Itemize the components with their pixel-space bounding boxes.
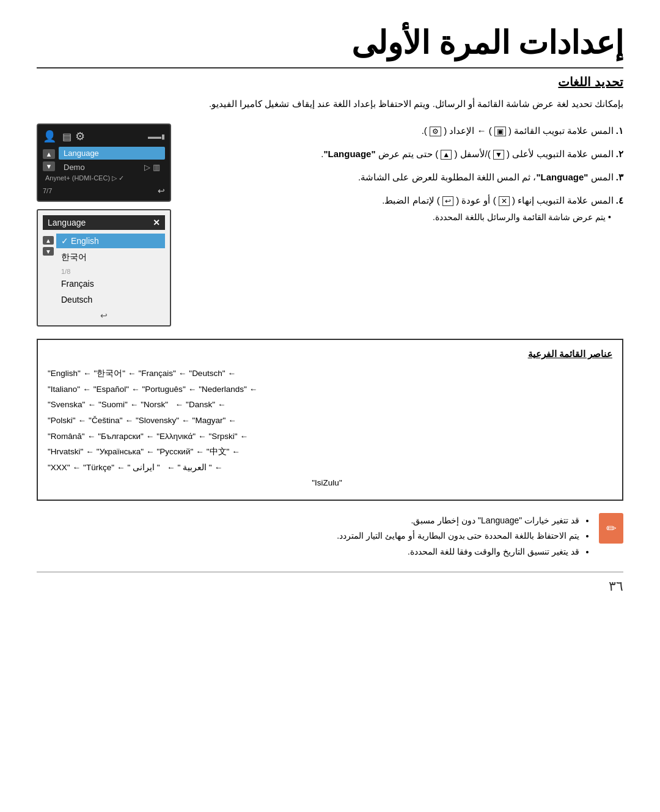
lang-english[interactable]: English bbox=[56, 234, 165, 248]
left-panel: 👤 ▤ ⚙ ▬▬▮ ▲ ▼ Language Demo ▷ ▥ bbox=[37, 124, 171, 327]
note-item-2: يتم الاحتفاظ باللغة المحددة حتى بدون الب… bbox=[37, 528, 579, 544]
note-item-3: قد يتغير تنسيق التاريخ والوقت وفقا للغة … bbox=[37, 544, 579, 559]
camera-menu-ui: 👤 ▤ ⚙ ▬▬▮ ▲ ▼ Language Demo ▷ ▥ bbox=[37, 124, 171, 202]
submenu-row-2: ← "Nederlands" ← "Português" ← "Español"… bbox=[48, 382, 612, 397]
note-text: قد تتغير خيارات "Language" دون إخطار مسب… bbox=[37, 513, 592, 559]
section-title: تحديد اللغات bbox=[37, 75, 623, 89]
pencil-icon: ✏ bbox=[606, 521, 617, 536]
language-popup: Language ✕ ▲ ▼ English 한국어 1/8 Français … bbox=[37, 209, 171, 327]
submenu-title: عناصر القائمة الفرعية bbox=[48, 349, 612, 360]
demo-menu-item: Demo ▷ ▥ bbox=[59, 161, 165, 173]
language-menu-item[interactable]: Language bbox=[59, 147, 165, 160]
lang-popup-close-btn[interactable]: ✕ bbox=[153, 218, 160, 227]
step-3: ٣. المس "Language"، ثم المس اللغة المطلو… bbox=[183, 170, 623, 185]
submenu-row-4: ← "Magyar" ← "Slovensky" ← "Čeština" ← "… bbox=[48, 413, 612, 429]
submenu-grid: ← "Deutsch" ← "Français" ← "한국어" ← "Engl… bbox=[48, 366, 612, 491]
anynet-item: Anynet+ (HDMI-CEC) ▷ ✓ bbox=[43, 173, 165, 183]
note-box: ✏ قد تتغير خيارات "Language" دون إخطار م… bbox=[37, 513, 623, 559]
lang-french[interactable]: Français bbox=[56, 276, 165, 291]
lang-deutsch[interactable]: Deutsch bbox=[56, 292, 165, 307]
submenu-box: عناصر القائمة الفرعية ← "Deutsch" ← "Fra… bbox=[37, 339, 623, 501]
submenu-row-5: ← "Srpski" ← "Ελληνικά" ← "Български" ← … bbox=[48, 429, 612, 445]
page-number: ٣٦ bbox=[609, 578, 623, 594]
note-item-1: قد تتغير خيارات "Language" دون إخطار مسب… bbox=[37, 513, 579, 528]
submenu-row-3: ← "Dansk" ← "Norsk" ← "Suomi" ← "Svenska… bbox=[48, 397, 612, 413]
intro-text: بإمكانك تحديد لغة عرض شاشة القائمة أو ال… bbox=[37, 97, 623, 111]
step-4: ٤. المس علامة التبويب إنهاء ( ✕ ) أو عود… bbox=[183, 193, 623, 224]
step-1: ١. المس علامة تبويب القائمة ( ▣ ) ← الإع… bbox=[183, 124, 623, 138]
submenu-row-8: "IsiZulu" bbox=[48, 475, 612, 491]
lang-popup-title: Language bbox=[48, 218, 86, 227]
lang-page-count: 1/8 bbox=[56, 267, 165, 276]
lang-korean[interactable]: 한국어 bbox=[56, 249, 165, 265]
steps-list: ١. المس علامة تبويب القائمة ( ▣ ) ← الإع… bbox=[183, 124, 623, 224]
step-2: ٢. المس علامة التبويب لأعلى ( ▼ )/لأسفل … bbox=[183, 147, 623, 161]
note-icon: ✏ bbox=[599, 513, 623, 544]
submenu-row-6: ← "中文" ← "Русский" ← "Українська" ← "Hrv… bbox=[48, 444, 612, 460]
step-4-bullet: • يتم عرض شاشة القائمة والرسائل باللغة ا… bbox=[183, 210, 611, 224]
bottom-divider bbox=[37, 572, 623, 572]
right-panel: ١. المس علامة تبويب القائمة ( ▣ ) ← الإع… bbox=[183, 124, 623, 327]
submenu-row-7: ← " العربية " ← " ایرانی " ← "Türkçe" ← … bbox=[48, 460, 612, 476]
submenu-row-1: ← "Deutsch" ← "Français" ← "한국어" ← "Engl… bbox=[48, 366, 612, 382]
page-title: إعدادات المرة الأولى bbox=[37, 24, 623, 68]
